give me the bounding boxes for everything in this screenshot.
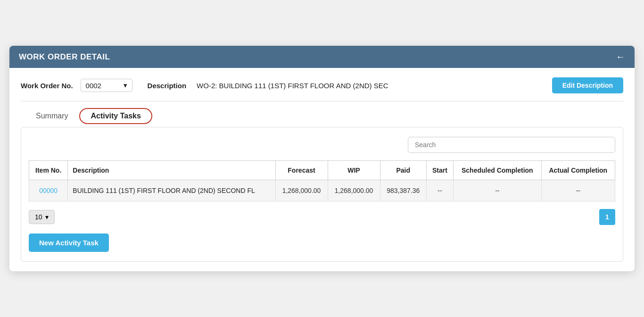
back-button[interactable]: ← bbox=[616, 51, 625, 62]
row-item-no[interactable]: 00000 bbox=[29, 180, 68, 201]
work-order-value: 0002 bbox=[86, 82, 101, 90]
tab-summary[interactable]: Summary bbox=[25, 108, 79, 124]
divider bbox=[21, 101, 623, 101]
per-page-dropdown-icon: ▾ bbox=[45, 213, 49, 221]
page-1-button[interactable]: 1 bbox=[599, 209, 615, 225]
work-order-detail-window: WORK ORDER DETAIL ← Work Order No. 0002 … bbox=[9, 46, 635, 271]
row-paid: 983,387.36 bbox=[380, 180, 426, 201]
activity-tasks-table: Item No. Description Forecast WIP Paid S… bbox=[29, 160, 615, 201]
row-description: BUILDING 111 (1ST) FIRST FLOOR AND (2ND)… bbox=[68, 180, 275, 201]
table-row: 00000 BUILDING 111 (1ST) FIRST FLOOR AND… bbox=[29, 180, 615, 201]
row-forecast: 1,268,000.00 bbox=[275, 180, 328, 201]
description-label: Description bbox=[148, 82, 187, 90]
per-page-selector[interactable]: 10 ▾ bbox=[29, 210, 55, 224]
search-row bbox=[29, 137, 615, 153]
description-value: WO-2: BUILDING 111 (1ST) FIRST FLOOR AND… bbox=[197, 82, 388, 90]
col-actual-completion: Actual Completion bbox=[541, 161, 615, 180]
col-description: Description bbox=[68, 161, 275, 180]
title-bar: WORK ORDER DETAIL ← bbox=[9, 46, 635, 68]
bottom-row: 10 ▾ 1 bbox=[29, 209, 615, 225]
main-content: Work Order No. 0002 ▾ Description WO-2: … bbox=[9, 68, 635, 271]
pagination: 1 bbox=[599, 209, 615, 225]
col-scheduled-completion: Scheduled Completion bbox=[454, 161, 542, 180]
col-item-no: Item No. bbox=[29, 161, 68, 180]
tab-content-area: Item No. Description Forecast WIP Paid S… bbox=[21, 127, 623, 262]
row-scheduled-completion: -- bbox=[454, 180, 542, 201]
tab-activity-tasks[interactable]: Activity Tasks bbox=[79, 108, 152, 124]
row-start: -- bbox=[426, 180, 453, 201]
row-actual-completion: -- bbox=[541, 180, 615, 201]
search-input[interactable] bbox=[408, 137, 615, 153]
col-wip: WIP bbox=[328, 161, 380, 180]
work-order-dropdown-icon: ▾ bbox=[124, 81, 127, 90]
tabs-row: Summary Activity Tasks bbox=[21, 108, 623, 124]
per-page-value: 10 bbox=[35, 213, 42, 221]
top-row: Work Order No. 0002 ▾ Description WO-2: … bbox=[21, 77, 623, 93]
col-start: Start bbox=[426, 161, 453, 180]
edit-description-button[interactable]: Edit Description bbox=[552, 77, 623, 93]
new-activity-task-button[interactable]: New Activity Task bbox=[29, 234, 109, 252]
work-order-label: Work Order No. bbox=[21, 82, 73, 90]
work-order-select[interactable]: 0002 ▾ bbox=[81, 79, 132, 92]
window-title: WORK ORDER DETAIL bbox=[19, 52, 110, 62]
row-wip: 1,268,000.00 bbox=[328, 180, 380, 201]
table-header-row: Item No. Description Forecast WIP Paid S… bbox=[29, 161, 615, 180]
col-paid: Paid bbox=[380, 161, 426, 180]
col-forecast: Forecast bbox=[275, 161, 328, 180]
